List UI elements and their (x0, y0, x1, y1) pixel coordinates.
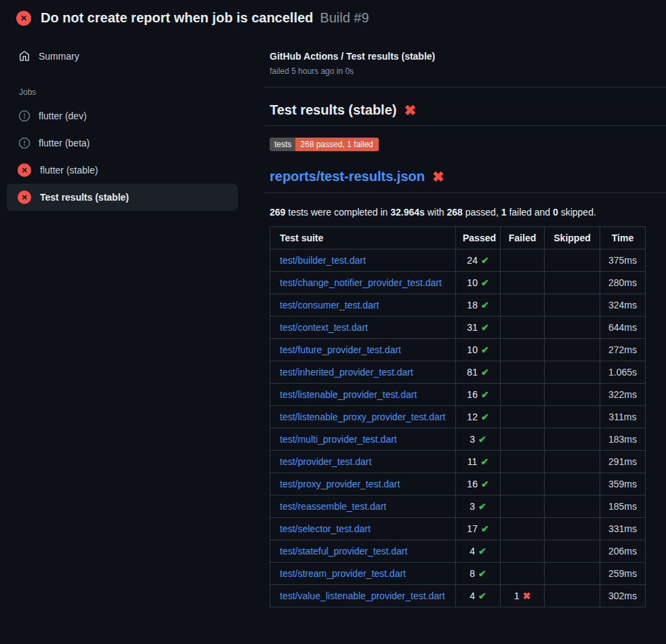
suite-link[interactable]: test/listenable_provider_test.dart (280, 389, 417, 400)
badge-label: tests (270, 138, 295, 151)
failed-x-icon: ✖ (432, 169, 444, 184)
check-icon: ✔ (481, 411, 489, 422)
passed-count: 17 (467, 523, 478, 534)
suite-link[interactable]: test/reassemble_test.dart (280, 501, 386, 512)
run-failed-icon: ✕ (16, 11, 31, 26)
run-meta: failed 5 hours ago in 0s (270, 66, 666, 76)
column-header-test-suite: Test suite (270, 227, 456, 249)
run-header: ✕ Do not create report when job is cance… (0, 0, 666, 32)
passed-cell: 8✔ (456, 563, 501, 585)
summary-text: skipped. (558, 207, 596, 218)
failed-cell: 1✖ (501, 585, 545, 607)
suite-link[interactable]: test/multi_provider_test.dart (280, 434, 397, 445)
failed-count: 1 (514, 590, 520, 601)
time-cell: 183ms (600, 428, 646, 451)
skipped-cell (545, 339, 600, 361)
time-cell: 302ms (600, 585, 646, 607)
suite-link[interactable]: test/change_notifier_provider_test.dart (280, 277, 442, 288)
check-icon: ✔ (481, 479, 489, 489)
check-icon: ✔ (478, 546, 486, 557)
summary-text: tests were completed in (285, 207, 390, 218)
report-file-link[interactable]: reports/test-results.json (270, 169, 425, 184)
skipped-cell (545, 585, 600, 607)
failed-cell (501, 518, 545, 540)
skipped-cell (545, 294, 600, 317)
table-row: test/selector_test.dart 17✔ 331ms (270, 518, 646, 540)
check-icon: ✔ (481, 322, 489, 333)
passed-count: 81 (467, 367, 478, 378)
sidebar-item-flutter-stable[interactable]: ✕ flutter (stable) (7, 157, 238, 184)
jobs-section-label: Jobs (0, 70, 264, 102)
table-row: test/future_provider_test.dart 10✔ 272ms (270, 339, 646, 361)
table-row: test/consumer_test.dart 18✔ 324ms (270, 294, 646, 317)
passed-count: 3 (470, 434, 475, 445)
sidebar: Summary Jobs flutter (dev) flutter (beta… (0, 32, 264, 211)
column-header-time: Time (600, 227, 646, 249)
suite-link[interactable]: test/value_listenable_provider_test.dart (280, 590, 445, 601)
time-cell: 359ms (600, 473, 646, 496)
failed-cell (501, 428, 545, 451)
passed-cell: 18✔ (456, 294, 501, 317)
passed-cell: 12✔ (456, 406, 501, 428)
check-icon: ✔ (481, 277, 489, 288)
table-row: test/multi_provider_test.dart 3✔ 183ms (270, 428, 646, 451)
run-title: Do not create report when job is cancell… (41, 10, 313, 26)
breadcrumb: GitHub Actions / Test results (stable) (270, 51, 666, 62)
skipped-cell (545, 451, 600, 473)
sidebar-item-summary[interactable]: Summary (7, 43, 238, 70)
suite-link[interactable]: test/listenable_proxy_provider_test.dart (280, 411, 445, 422)
sidebar-item-label: Summary (39, 51, 79, 62)
suite-link[interactable]: test/context_test.dart (280, 322, 368, 333)
skipped-cell (545, 384, 600, 406)
passed-count: 24 (467, 255, 478, 266)
sidebar-item-test-results-stable[interactable]: ✕ Test results (stable) (7, 184, 238, 211)
suite-link[interactable]: test/proxy_provider_test.dart (280, 479, 400, 489)
passed-count: 8 (470, 568, 475, 579)
table-row: test/reassemble_test.dart 3✔ 185ms (270, 496, 646, 518)
passed-count: 16 (467, 479, 478, 489)
failed-cell (501, 563, 545, 585)
check-icon: ✔ (478, 501, 486, 512)
suite-link[interactable]: test/inherited_provider_test.dart (280, 367, 413, 378)
passed-count: 18 (467, 300, 478, 310)
check-icon: ✔ (481, 300, 489, 310)
skipped-cell (545, 563, 600, 585)
passed-count: 16 (467, 389, 478, 400)
time-cell: 206ms (600, 540, 646, 563)
table-row: test/builder_test.dart 24✔ 375ms (270, 249, 646, 272)
failed-cell (501, 361, 545, 384)
suite-link[interactable]: test/stateful_provider_test.dart (280, 546, 407, 557)
time-cell: 259ms (600, 563, 646, 585)
failed-cell (501, 406, 545, 428)
time-cell: 644ms (600, 317, 646, 339)
time-cell: 375ms (600, 249, 646, 272)
sidebar-item-flutter-dev[interactable]: flutter (dev) (7, 102, 238, 129)
column-header-skipped: Skipped (545, 227, 600, 249)
table-row: test/inherited_provider_test.dart 81✔ 1.… (270, 361, 646, 384)
sidebar-item-flutter-beta[interactable]: flutter (beta) (7, 129, 238, 157)
sidebar-item-label: flutter (dev) (39, 110, 87, 121)
skipped-cell (545, 361, 600, 384)
passed-cell: 24✔ (456, 249, 501, 272)
table-row: test/change_notifier_provider_test.dart … (270, 272, 646, 294)
results-table: Test suite Passed Failed Skipped Time te… (270, 226, 646, 607)
passed-count: 11 (467, 456, 478, 467)
skipped-cell (545, 473, 600, 496)
failed-cell (501, 451, 545, 473)
summary-failed: 1 (501, 207, 507, 218)
divider (264, 193, 666, 193)
passed-count: 31 (467, 322, 478, 333)
time-cell: 331ms (600, 518, 646, 540)
suite-link[interactable]: test/stream_provider_test.dart (280, 568, 406, 579)
sidebar-item-label: flutter (beta) (39, 138, 89, 148)
suite-link[interactable]: test/provider_test.dart (280, 456, 371, 467)
suite-link[interactable]: test/builder_test.dart (280, 255, 366, 266)
suite-link[interactable]: test/future_provider_test.dart (280, 344, 401, 355)
results-table-body: test/builder_test.dart 24✔ 375ms test/ch… (270, 249, 646, 607)
skipped-cell (545, 317, 600, 339)
table-row: test/stateful_provider_test.dart 4✔ 206m… (270, 540, 646, 563)
cross-icon: ✖ (523, 590, 531, 601)
sidebar-item-label: Test results (stable) (40, 192, 129, 203)
suite-link[interactable]: test/selector_test.dart (280, 523, 371, 534)
suite-link[interactable]: test/consumer_test.dart (280, 300, 379, 310)
